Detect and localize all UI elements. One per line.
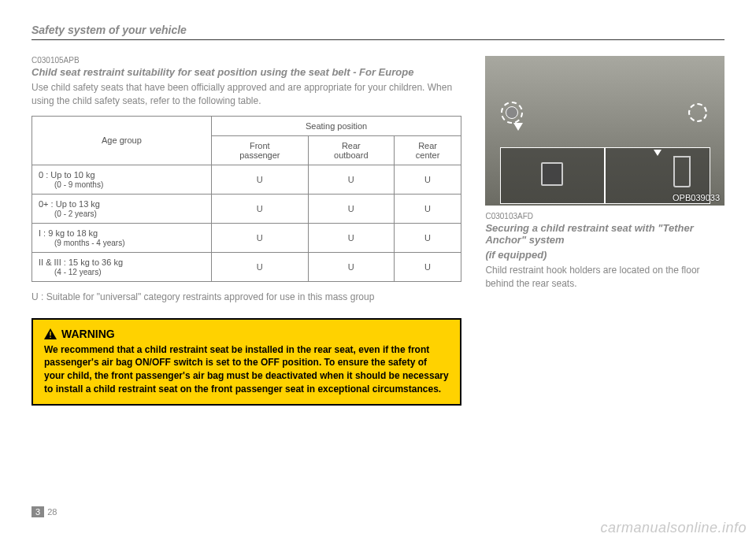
- arrow-down-icon: [513, 123, 523, 131]
- right-column: OPB039033 C030103AFD Securing a child re…: [485, 56, 724, 406]
- warning-title-text: WARNING: [61, 328, 115, 340]
- cell: U: [211, 165, 308, 194]
- right-body-text: Child restraint hook holders are located…: [485, 264, 724, 291]
- hook-icon: [673, 156, 691, 187]
- table-footnote: U : Suitable for "universal" category re…: [32, 291, 461, 302]
- th-rear-center: Rear center: [394, 135, 461, 165]
- age-label: I : 9 kg to 18 kg: [39, 228, 98, 238]
- left-column: C030105APB Child seat restraint suitabil…: [32, 56, 461, 406]
- page-number: 28: [47, 507, 57, 517]
- page-header: Safety system of your vehicle: [32, 24, 724, 40]
- page-footer: 328: [32, 506, 57, 517]
- th-age-group: Age group: [32, 116, 212, 165]
- age-sub: (0 - 9 months): [39, 180, 103, 189]
- cell: U: [308, 223, 394, 252]
- cell: U: [394, 165, 461, 194]
- section-code-right: C030103AFD: [485, 212, 724, 220]
- page-section-number: 3: [32, 506, 44, 517]
- cell: U: [394, 223, 461, 252]
- svg-rect-1: [50, 336, 50, 337]
- age-label: II & III : 15 kg to 36 kg: [39, 258, 123, 267]
- cell: U: [211, 223, 308, 252]
- watermark: carmanualsonline.info: [600, 520, 747, 536]
- cell: U: [394, 194, 461, 223]
- age-label: 0+ : Up to 13 kg: [39, 199, 100, 209]
- warning-title-row: WARNING: [44, 328, 449, 340]
- subheading-left: Child seat restraint suitability for sea…: [32, 66, 461, 78]
- tether-anchor-photo: OPB039033: [485, 56, 724, 206]
- cell: U: [308, 252, 394, 281]
- age-sub: (9 months - 4 years): [39, 239, 124, 247]
- table-row: I : 9 kg to 18 kg (9 months - 4 years) U…: [32, 223, 461, 252]
- intro-text: Use child safety seats that have been of…: [32, 81, 461, 108]
- anchor-bracket-icon: [541, 162, 563, 186]
- anchor-circle-icon: [688, 103, 707, 122]
- warning-box: WARNING We recommend that a child restra…: [32, 318, 461, 406]
- th-front: Front passenger: [211, 135, 308, 165]
- content-columns: C030105APB Child seat restraint suitabil…: [32, 56, 724, 406]
- subheading-right-1: Securing a child restraint seat with "Te…: [485, 222, 724, 246]
- suitability-table: Age group Seating position Front passeng…: [32, 116, 461, 282]
- subheading-right-2: (if equipped): [485, 249, 724, 261]
- cell: U: [394, 252, 461, 281]
- arrow-down-icon: [654, 150, 662, 156]
- svg-rect-0: [50, 332, 50, 335]
- cell: U: [308, 194, 394, 223]
- cell: U: [211, 194, 308, 223]
- th-seating-position: Seating position: [211, 116, 461, 135]
- th-rear-outboard: Rear outboard: [308, 135, 394, 165]
- warning-triangle-icon: [44, 328, 57, 339]
- table-row: 0 : Up to 10 kg (0 - 9 months) U U U: [32, 165, 461, 194]
- table-row: 0+ : Up to 13 kg (0 - 2 years) U U U: [32, 194, 461, 223]
- inset-anchor-closeup: [500, 147, 606, 204]
- section-code-left: C030105APB: [32, 56, 461, 65]
- warning-body: We recommend that a child restraint seat…: [44, 343, 449, 396]
- age-label: 0 : Up to 10 kg: [39, 170, 95, 180]
- cell: U: [211, 252, 308, 281]
- photo-code-label: OPB039033: [673, 193, 720, 202]
- age-sub: (0 - 2 years): [39, 209, 97, 218]
- age-sub: (4 - 12 years): [39, 268, 101, 276]
- table-row: II & III : 15 kg to 36 kg (4 - 12 years)…: [32, 252, 461, 281]
- cell: U: [308, 165, 394, 194]
